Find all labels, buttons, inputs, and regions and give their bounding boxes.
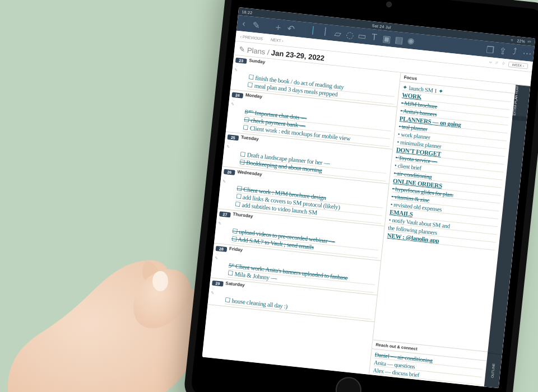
battery-label: 22% <box>517 39 526 44</box>
shape-icon[interactable]: ▭ <box>358 32 365 40</box>
battery-icon: ▭ <box>527 39 532 44</box>
share-icon[interactable]: ⤴ <box>511 48 518 55</box>
lasso-icon[interactable]: ◌ <box>346 31 354 38</box>
bulb-icon[interactable]: ⌔ <box>489 60 492 64</box>
prev-week-button[interactable]: ‹ PREVIOUS <box>240 34 263 40</box>
status-date: Sat 24 Jul <box>372 23 391 29</box>
next-week-button[interactable]: NEXT › <box>271 38 284 43</box>
day-name: Wednesday <box>237 169 262 177</box>
hand-icon[interactable]: ☞ <box>495 60 499 66</box>
stamp-icon[interactable]: ✺ <box>407 38 415 45</box>
app-screen: 18:22 Sat 24 Jul ᯤ 22% ▭ ‹ ✎ ＋ <box>202 7 536 388</box>
export-icon[interactable]: ⇪ <box>499 47 506 54</box>
front-camera <box>386 1 392 7</box>
layers-icon[interactable]: ❐ <box>486 46 494 53</box>
days-column: 23♡✎Sunday☐ finish the book / do act of … <box>202 55 401 374</box>
star-icon[interactable]: ☆ <box>502 62 505 67</box>
ruler-icon[interactable]: ▤ <box>395 36 402 44</box>
pen-tool-icon[interactable]: 〡 <box>322 29 329 36</box>
status-time: 18:22 <box>242 10 253 15</box>
breadcrumb[interactable]: ✎ Plans / <box>239 45 272 57</box>
pencil-icon[interactable]: ✎ <box>253 21 260 29</box>
home-button[interactable] <box>335 376 363 392</box>
plus-icon[interactable]: ＋ <box>275 24 282 31</box>
image-icon[interactable]: ▣ <box>383 35 390 42</box>
pen-tool-active-icon[interactable]: 〡 <box>309 27 317 34</box>
side-tab[interactable]: EXTRA <box>513 104 517 116</box>
outline-tab[interactable]: OUTLINE <box>484 353 502 388</box>
day-name: Thursday <box>233 212 253 219</box>
week-view-button[interactable]: WEEK › <box>508 62 528 69</box>
day-name: Tuesday <box>241 135 259 142</box>
text-icon[interactable]: T <box>370 34 378 41</box>
svg-point-0 <box>152 271 168 291</box>
tablet-device: 18:22 Sat 24 Jul ᯤ 22% ▭ ‹ ✎ ＋ <box>183 0 538 392</box>
side-tab[interactable]: PLAN <box>514 95 518 104</box>
undo-icon[interactable]: ↶ <box>287 25 294 32</box>
holding-hand <box>0 179 213 392</box>
side-tab[interactable]: YEAR <box>515 85 520 95</box>
back-icon[interactable]: ‹ <box>240 20 248 27</box>
more-icon[interactable]: ⋯ <box>523 50 531 57</box>
eraser-icon[interactable]: ▱ <box>334 30 341 37</box>
planner-body: 23♡✎Sunday☐ finish the book / do act of … <box>202 55 531 388</box>
day-name: Sunday <box>249 58 266 64</box>
wifi-icon: ᯤ <box>511 38 515 43</box>
stage: 18:22 Sat 24 Jul ᯤ 22% ▭ ‹ ✎ ＋ <box>0 0 538 392</box>
day-name: Monday <box>245 92 262 99</box>
day-name: Saturday <box>225 281 245 288</box>
day-name: Friday <box>229 246 243 253</box>
